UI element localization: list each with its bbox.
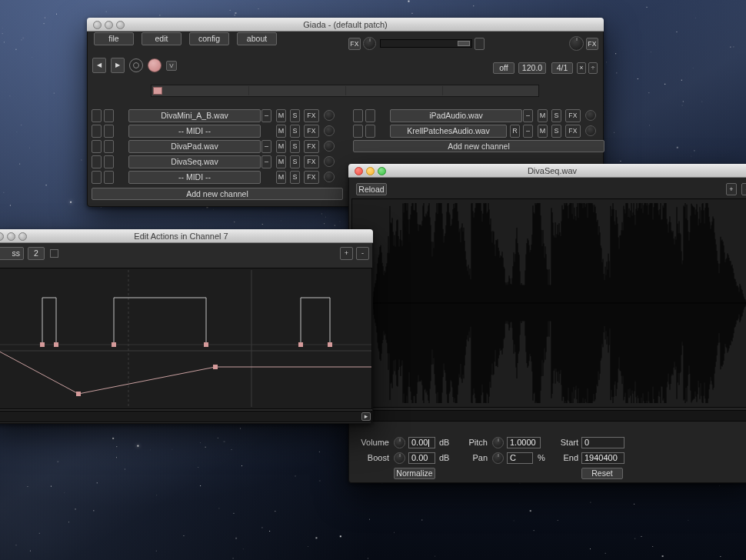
rewind-button[interactable]: ◀ [92,58,106,73]
channel-fx-button[interactable]: FX [304,155,319,168]
close-button[interactable] [93,21,102,29]
channel-solo-button[interactable]: S [290,125,300,138]
zoom-button[interactable] [18,232,27,241]
channel-volume-knob[interactable] [324,141,335,152]
scroll-right-button[interactable]: ▸ [361,412,371,421]
channel-volume-knob[interactable] [585,110,596,121]
record-input-button[interactable] [148,58,162,72]
normalize-button[interactable]: Normalize [394,468,435,479]
minimize-button[interactable] [105,21,113,29]
envelope-handle[interactable] [213,365,218,369]
action-scrollbar[interactable]: ▸ [0,411,372,422]
pan-knob[interactable] [492,452,504,464]
beat-multiply-button[interactable]: × [577,62,586,74]
minimize-button[interactable] [7,232,15,241]
action-handle[interactable] [112,342,116,347]
beat-divide-button[interactable]: ÷ [588,62,598,74]
play-button[interactable]: ▶ [111,58,125,73]
master-fx-in-button[interactable]: FX [348,38,361,50]
channel-fx-button[interactable]: FX [304,140,319,153]
channel-name-button[interactable]: DivaMini_A_B.wav [128,109,261,122]
channel-mute-button[interactable]: M [276,171,286,184]
channel-mute-button[interactable]: M [538,109,548,122]
beat-sequencer-strip[interactable] [151,85,539,97]
channel-status-button[interactable] [92,109,102,122]
channel-volume-knob[interactable] [324,156,335,167]
main-titlebar[interactable]: Giada - (default patch) [87,18,604,32]
add-channel-left-button[interactable]: Add new channel [92,188,343,200]
channel-mute-button[interactable]: M [538,125,548,138]
channel-arm-button[interactable] [104,109,114,122]
action-handle[interactable] [298,342,303,347]
channel-status-button[interactable] [353,125,363,138]
action-zoom-out-button[interactable]: - [356,247,369,260]
channel-solo-button[interactable]: S [551,125,561,138]
action-handle[interactable] [328,342,332,347]
waveform-display[interactable] [351,198,746,408]
sample-titlebar[interactable]: DivaSeq.wav [348,164,746,178]
channel-read-actions-button[interactable]: R [510,125,520,138]
channel-name-button[interactable]: iPadAudio.wav [390,109,522,122]
channel-arm-button[interactable] [365,109,375,122]
channel-name-button[interactable]: -- MIDI -- [128,125,261,138]
wave-zoom-in-button[interactable]: + [726,183,737,195]
channel-status-button[interactable] [92,155,102,168]
channel-solo-button[interactable]: S [290,140,300,153]
bpm-button[interactable]: 120.0 [518,62,546,74]
quantize-button[interactable]: off [493,62,515,74]
channel-arm-button[interactable] [365,125,375,138]
channel-arm-button[interactable] [104,171,114,184]
menu-edit-button[interactable]: edit [142,32,182,45]
channel-mute-button[interactable]: M [276,140,286,153]
channel-extra-button[interactable]: – [261,155,271,168]
pan-input[interactable]: C [507,452,533,464]
grid-snap-checkbox[interactable] [50,249,58,258]
action-handle[interactable] [204,342,208,347]
channel-fx-button[interactable]: FX [304,125,319,138]
reload-button[interactable]: Reload [356,183,387,195]
channel-extra-button[interactable]: – [261,109,271,122]
channel-arm-button[interactable] [104,140,114,153]
master-out-volume-slider[interactable] [380,39,472,48]
menu-config-button[interactable]: config [189,32,229,45]
master-in-volume-knob[interactable] [363,37,376,50]
start-input[interactable]: 0 [581,437,624,448]
channel-volume-knob[interactable] [585,125,596,136]
boost-input[interactable]: 0.00 [408,452,435,464]
wave-zoom-out-button[interactable]: - [741,183,746,195]
minimize-button[interactable] [366,167,375,175]
metronome-button[interactable]: V [166,61,177,71]
end-input[interactable]: 1940400 [581,452,624,464]
waveform-scrollbar[interactable] [351,410,746,422]
meter-button[interactable]: 4/1 [551,62,573,74]
volume-input[interactable]: 0.00 [408,437,435,448]
zoom-button[interactable] [116,21,125,29]
action-handle[interactable] [40,342,45,347]
channel-status-button[interactable] [92,125,102,138]
grid-value-button[interactable]: 2 [28,247,45,260]
channel-volume-knob[interactable] [324,110,335,121]
add-channel-right-button[interactable]: Add new channel [353,140,604,152]
channel-solo-button[interactable]: S [290,171,300,184]
slider-handle[interactable] [458,41,470,46]
channel-volume-knob[interactable] [324,172,335,182]
channel-mute-button[interactable]: M [276,125,286,138]
channel-mute-button[interactable]: M [276,109,286,122]
action-zoom-in-button[interactable]: + [340,247,353,260]
master-out-volume-knob[interactable] [569,36,584,51]
channel-arm-button[interactable] [104,155,114,168]
envelope-handle[interactable] [76,392,81,396]
channel-status-button[interactable] [92,171,102,184]
menu-file-button[interactable]: file [94,32,134,45]
channel-fx-button[interactable]: FX [304,109,319,122]
reset-button[interactable]: Reset [581,468,623,479]
zoom-button[interactable] [378,167,386,175]
channel-extra-button[interactable]: – [261,140,271,153]
record-actions-button[interactable] [129,58,143,72]
menu-about-button[interactable]: about [237,32,277,45]
channel-fx-button[interactable]: FX [304,171,319,184]
close-button[interactable] [355,167,363,175]
close-button[interactable] [0,232,4,241]
pitch-knob[interactable] [492,437,504,448]
channel-name-button[interactable]: DivaPad.wav [128,140,261,153]
